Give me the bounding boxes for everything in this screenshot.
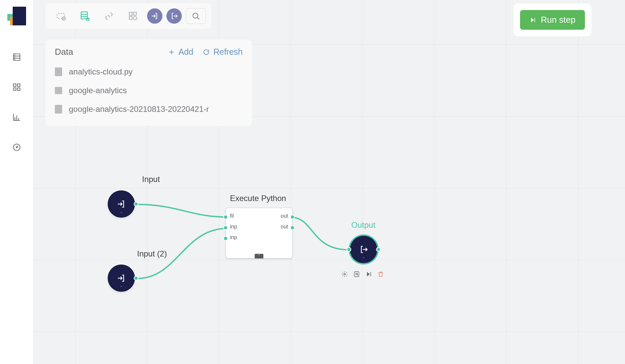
node-input2[interactable]: ⌃ bbox=[108, 264, 135, 292]
svg-rect-42 bbox=[370, 272, 371, 276]
play-step-icon bbox=[529, 17, 536, 23]
data-file-row[interactable]: google-analytics bbox=[45, 81, 252, 100]
svg-rect-21 bbox=[81, 12, 88, 19]
run-step-button[interactable]: Run step bbox=[520, 10, 585, 30]
play-step-icon bbox=[365, 271, 372, 278]
toolbar-input-node-icon[interactable] bbox=[147, 8, 162, 24]
svg-line-41 bbox=[357, 275, 358, 276]
data-refresh-button[interactable]: Refresh bbox=[203, 47, 243, 57]
chevron-down-icon: ⌃ bbox=[120, 211, 123, 216]
table-icon bbox=[55, 86, 62, 95]
node-label-execute: Execute Python bbox=[230, 194, 286, 203]
svg-rect-35 bbox=[55, 67, 62, 76]
svg-rect-37 bbox=[55, 105, 62, 114]
toolbar-grid-link-icon[interactable] bbox=[123, 7, 143, 25]
svg-point-38 bbox=[344, 274, 346, 275]
data-file-name: google-analytics-20210813-20220421-r bbox=[69, 105, 209, 114]
svg-rect-36 bbox=[55, 87, 62, 94]
plus-icon bbox=[168, 48, 175, 56]
data-panel-title: Data bbox=[55, 47, 73, 57]
svg-point-29 bbox=[133, 16, 137, 20]
svg-rect-39 bbox=[354, 272, 359, 277]
port-in-fil[interactable] bbox=[223, 215, 228, 219]
file-icon bbox=[55, 67, 62, 76]
data-file-name: analytics-cloud.py bbox=[69, 67, 133, 76]
node-label-output: Output bbox=[351, 220, 375, 230]
pipeline-canvas[interactable]: Run step Data Add Refresh analytics-clou… bbox=[33, 0, 625, 364]
csv-icon bbox=[55, 105, 62, 114]
rail-dashboard-icon[interactable] bbox=[12, 143, 21, 152]
svg-rect-28 bbox=[129, 16, 132, 19]
svg-rect-6 bbox=[13, 84, 16, 86]
input-icon bbox=[117, 199, 126, 209]
svg-point-4 bbox=[14, 57, 15, 57]
chevron-down-icon: ⌃ bbox=[120, 285, 123, 290]
svg-point-5 bbox=[14, 59, 15, 59]
svg-rect-27 bbox=[133, 12, 136, 15]
svg-point-16 bbox=[16, 147, 17, 148]
port-in-output[interactable] bbox=[347, 247, 351, 252]
run-step-label: Run step bbox=[541, 15, 576, 25]
node-label-input2: Input (2) bbox=[137, 249, 167, 258]
port-in-inp1[interactable] bbox=[223, 225, 228, 230]
chevron-down-icon: ⌃ bbox=[362, 256, 365, 261]
node-output[interactable]: ⌃ bbox=[350, 236, 377, 263]
svg-rect-26 bbox=[129, 12, 132, 15]
port-out-output[interactable] bbox=[376, 247, 381, 252]
port-out-2[interactable] bbox=[290, 225, 295, 230]
svg-rect-32 bbox=[534, 18, 535, 22]
node-label-input1: Input bbox=[142, 175, 160, 184]
output-icon bbox=[359, 245, 368, 254]
toolbar-add-container-icon[interactable] bbox=[51, 7, 71, 25]
rail-charts-icon[interactable] bbox=[12, 113, 21, 122]
node-execute-python[interactable]: fil inp inp out out ⌃ bbox=[226, 208, 292, 258]
trash-icon bbox=[377, 271, 384, 278]
data-file-row[interactable]: analytics-cloud.py bbox=[45, 62, 252, 81]
node-actions-output bbox=[341, 270, 384, 278]
svg-point-30 bbox=[193, 13, 198, 18]
node-input1[interactable]: ⌃ bbox=[108, 190, 135, 218]
rail-data-icon[interactable] bbox=[12, 53, 21, 61]
data-add-button[interactable]: Add bbox=[168, 47, 193, 57]
resize-handle[interactable]: ⌃ bbox=[255, 254, 263, 258]
gear-icon bbox=[341, 271, 348, 278]
svg-rect-9 bbox=[17, 88, 20, 90]
svg-line-31 bbox=[197, 17, 199, 19]
app-logo bbox=[7, 7, 26, 25]
node-delete-button[interactable] bbox=[377, 270, 384, 278]
toolbar-search-button[interactable] bbox=[186, 8, 206, 24]
left-rail bbox=[0, 0, 33, 364]
data-file-name: google-analytics bbox=[69, 86, 127, 95]
input-icon bbox=[117, 274, 126, 283]
port-out-1[interactable] bbox=[290, 215, 295, 219]
port-out-input2[interactable] bbox=[134, 276, 138, 281]
port-out-input1[interactable] bbox=[134, 202, 138, 206]
port-in-inp2[interactable] bbox=[223, 236, 228, 241]
data-file-row[interactable]: google-analytics-20210813-20220421-r bbox=[45, 100, 252, 119]
node-run-button[interactable] bbox=[365, 270, 372, 278]
canvas-toolbar bbox=[45, 3, 211, 29]
svg-rect-8 bbox=[13, 88, 16, 90]
svg-rect-7 bbox=[17, 84, 20, 86]
inspect-icon bbox=[353, 271, 360, 278]
toolbar-connect-icon[interactable] bbox=[99, 7, 119, 25]
toolbar-output-node-icon[interactable] bbox=[166, 8, 182, 24]
toolbar-data-link-icon[interactable] bbox=[75, 7, 95, 25]
node-settings-button[interactable] bbox=[341, 270, 348, 278]
rail-apps-icon[interactable] bbox=[12, 83, 21, 92]
data-panel: Data Add Refresh analytics-cloud.py goog… bbox=[45, 39, 252, 126]
svg-line-25 bbox=[108, 15, 110, 17]
run-panel: Run step bbox=[513, 3, 592, 36]
node-inspect-button[interactable] bbox=[353, 270, 360, 278]
refresh-icon bbox=[203, 48, 210, 56]
svg-point-3 bbox=[14, 55, 15, 55]
